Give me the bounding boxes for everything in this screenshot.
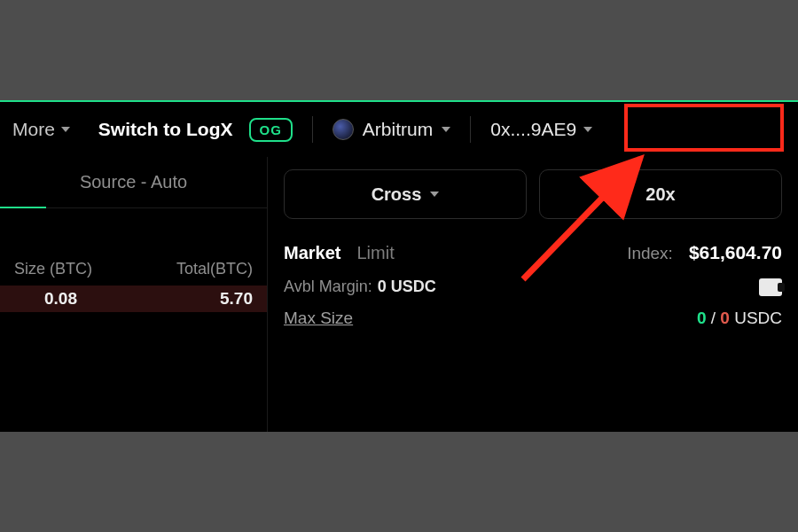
- col-size: Size (BTC): [14, 260, 92, 278]
- max-size-values: 0 / 0 USDC: [697, 309, 782, 328]
- chevron-down-icon: [430, 192, 439, 197]
- more-menu[interactable]: More: [12, 119, 70, 140]
- tab-limit[interactable]: Limit: [356, 243, 394, 263]
- max-size-long: 0: [697, 309, 707, 327]
- margin-mode-label: Cross: [372, 184, 422, 205]
- row-size: 0.08: [14, 289, 77, 309]
- source-selector[interactable]: Source - Auto: [0, 157, 267, 208]
- avbl-margin-value: 0 USDC: [378, 278, 436, 296]
- divider: [312, 116, 313, 143]
- max-size-link[interactable]: Max Size: [284, 309, 353, 328]
- network-name: Arbitrum: [363, 119, 433, 140]
- more-label: More: [12, 119, 55, 140]
- order-type-row: Market Limit Index: $61,604.70: [284, 242, 782, 263]
- max-size-unit: USDC: [730, 309, 782, 327]
- source-label: Source - Auto: [80, 172, 187, 192]
- content-area: Source - Auto Size (BTC) Total(BTC) 0.08…: [0, 157, 798, 432]
- divider: [470, 116, 471, 143]
- leverage-selector[interactable]: 20x: [539, 169, 782, 219]
- orderbook-panel: Source - Auto Size (BTC) Total(BTC) 0.08…: [0, 157, 268, 432]
- index-value: $61,604.70: [689, 242, 782, 263]
- max-size-short: 0: [720, 309, 730, 327]
- chevron-down-icon: [583, 127, 592, 132]
- chevron-down-icon: [442, 127, 450, 132]
- chevron-down-icon: [61, 127, 70, 132]
- tab-market[interactable]: Market: [284, 243, 340, 263]
- col-total: Total(BTC): [176, 260, 253, 278]
- row-total: 5.70: [220, 289, 253, 309]
- orderbook-header: Size (BTC) Total(BTC): [0, 208, 267, 286]
- orderbook-row: 0.08 5.70: [0, 286, 267, 312]
- order-form: Cross 20x Market Limit Index: $61,604.70…: [268, 157, 798, 432]
- network-selector[interactable]: Arbitrum: [332, 119, 450, 140]
- arbitrum-icon: [332, 119, 354, 140]
- leverage-label: 20x: [645, 184, 675, 205]
- available-margin-row: Avbl Margin: 0 USDC: [284, 278, 782, 296]
- og-badge: OG: [249, 118, 293, 142]
- switch-logx-button[interactable]: Switch to LogX: [98, 119, 233, 140]
- wallet-address-button[interactable]: 0x....9AE9: [490, 119, 592, 140]
- margin-mode-selector[interactable]: Cross: [284, 169, 527, 219]
- index-label: Index:: [627, 244, 673, 263]
- topbar: More Switch to LogX OG Arbitrum 0x....9A…: [0, 102, 798, 157]
- max-size-sep: /: [706, 309, 720, 327]
- max-size-row: Max Size 0 / 0 USDC: [284, 309, 782, 328]
- avbl-margin-label: Avbl Margin:: [284, 278, 372, 296]
- wallet-icon[interactable]: [759, 278, 782, 296]
- trading-app-frame: More Switch to LogX OG Arbitrum 0x....9A…: [0, 100, 798, 432]
- wallet-address: 0x....9AE9: [490, 119, 576, 140]
